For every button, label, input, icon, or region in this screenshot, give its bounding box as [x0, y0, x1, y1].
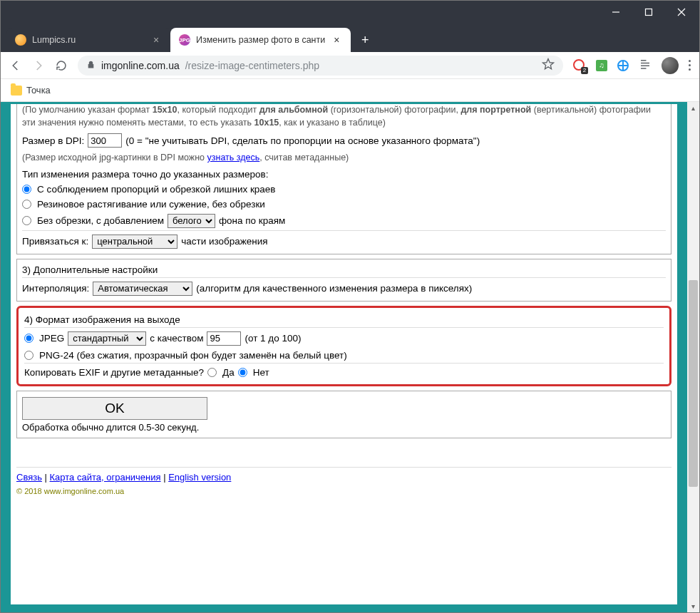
page-content: (По умолчанию указан формат 15x10, котор…	[11, 104, 677, 604]
padding-color-select[interactable]: белого	[168, 214, 215, 228]
window-titlebar	[1, 1, 699, 24]
format-radio-jpeg[interactable]	[24, 334, 34, 343]
extension-globe-icon[interactable]	[617, 60, 629, 71]
interpolation-row: Интерполяция: Автоматическая (алгоритм д…	[22, 277, 666, 298]
resize-type-title: Тип изменения размера точно до указанных…	[22, 167, 666, 182]
resize-radio-stretch[interactable]	[22, 200, 31, 209]
tab-imgonline[interactable]: JPG Изменить размер фото в санти ×	[170, 28, 351, 52]
scroll-down-arrow[interactable]: ▾	[687, 600, 699, 612]
resize-option-3[interactable]: Без обрезки, с добавлением белого фона п…	[22, 212, 666, 230]
resize-option-2[interactable]: Резиновое растягивание или сужение, без …	[22, 197, 666, 212]
section4-title: 4) Формат изображения на выходе	[24, 312, 664, 327]
url-domain: imgonline.com.ua	[101, 60, 180, 71]
footer-sitemap-link[interactable]: Карта сайта, ограничения	[50, 472, 161, 483]
url-path: /resize-image-centimeters.php	[185, 60, 319, 71]
anchor-select[interactable]: центральной	[92, 235, 177, 249]
extension-badge-count: 2	[581, 67, 588, 74]
section-output-format: 4) Формат изображения на выходе JPEG ста…	[16, 306, 671, 386]
folder-icon	[11, 86, 22, 96]
scroll-up-arrow[interactable]: ▴	[687, 102, 699, 114]
nav-back-button[interactable]	[9, 59, 22, 72]
copyright-text: © 2018 www.imgonline.com.ua	[16, 487, 671, 495]
dpi-hint: (Размер исходной jpg-картинки в DPI можн…	[22, 152, 666, 165]
resize-radio-padding[interactable]	[22, 216, 31, 225]
nav-forward-button[interactable]	[32, 59, 45, 72]
ok-button[interactable]: OK	[22, 397, 207, 420]
bookmark-star-icon[interactable]	[542, 58, 555, 73]
tab-close-button[interactable]: ×	[331, 34, 342, 46]
lock-icon	[86, 60, 96, 71]
jpeg-quality-input[interactable]	[207, 331, 241, 346]
dpi-label: Размер в DPI:	[22, 135, 84, 146]
dpi-note: (0 = "не учитывать DPI, сделать по пропо…	[125, 135, 480, 146]
tab-title: Lumpics.ru	[32, 35, 76, 45]
footer-contact-link[interactable]: Связь	[16, 472, 42, 483]
address-row: imgonline.com.ua/resize-image-centimeter…	[1, 52, 699, 79]
window-maximize-button[interactable]	[632, 1, 665, 24]
resize-radio-crop[interactable]	[22, 185, 31, 194]
section-advanced: 3) Дополнительные настройки Интерполяция…	[16, 259, 671, 302]
anchor-row: Привязаться к: центральной части изображ…	[22, 230, 666, 251]
extension-music-icon[interactable]: ♫	[596, 60, 607, 71]
svg-rect-0	[646, 9, 652, 16]
nav-reload-button[interactable]	[55, 59, 68, 72]
window-minimize-button[interactable]	[599, 1, 632, 24]
proportions-hint: (По умолчанию указан формат 15x10, котор…	[22, 104, 666, 129]
tab-close-button[interactable]: ×	[150, 34, 162, 46]
dpi-metadata-link[interactable]: узнать здесь	[207, 153, 260, 163]
exif-radio-no[interactable]	[238, 368, 247, 377]
section-submit: OK Обработка обычно длится 0.5-30 секунд…	[16, 391, 671, 438]
bookmarks-bar: Точка	[1, 79, 699, 102]
tab-lumpics[interactable]: Lumpics.ru ×	[6, 28, 170, 52]
format-radio-png[interactable]	[24, 351, 34, 360]
favicon-imgonline: JPG	[179, 34, 190, 46]
footer-english-link[interactable]: English version	[168, 472, 231, 483]
tab-title: Изменить размер фото в санти	[196, 35, 325, 45]
interpolation-select[interactable]: Автоматическая	[93, 282, 192, 296]
favicon-lumpics	[15, 34, 26, 46]
footer-links: Связь | Карта сайта, ограничения | Engli…	[16, 467, 671, 483]
format-png-row[interactable]: PNG-24 (без сжатия, прозрачный фон будет…	[24, 348, 664, 363]
resize-option-1[interactable]: С соблюдением пропорций и обрезкой лишни…	[22, 182, 666, 197]
reader-mode-icon[interactable]	[639, 58, 652, 73]
profile-avatar[interactable]	[662, 57, 679, 74]
new-tab-button[interactable]: +	[355, 30, 375, 50]
scroll-thumb[interactable]	[689, 280, 698, 487]
bookmark-item[interactable]: Точка	[26, 85, 51, 96]
section3-title: 3) Дополнительные настройки	[22, 262, 666, 277]
jpeg-type-select[interactable]: стандартный	[68, 331, 146, 346]
format-jpeg-row[interactable]: JPEG стандартный с качеством (от 1 до 10…	[24, 327, 664, 348]
dpi-row: Размер в DPI: (0 = "не учитывать DPI, сд…	[22, 131, 666, 150]
extension-adblock-icon[interactable]: 2	[573, 59, 586, 72]
chrome-menu-button[interactable]	[689, 60, 691, 71]
exif-radio-yes[interactable]	[207, 368, 217, 377]
vertical-scrollbar[interactable]: ▴ ▾	[687, 102, 699, 612]
exif-row: Копировать EXIF и другие метаданные? Да …	[24, 363, 664, 380]
tabs-row: Lumpics.ru × JPG Изменить размер фото в …	[1, 24, 699, 52]
dpi-input[interactable]	[88, 133, 122, 148]
section-size-settings: (По умолчанию указан формат 15x10, котор…	[16, 104, 671, 254]
window-close-button[interactable]	[665, 1, 698, 24]
address-bar[interactable]: imgonline.com.ua/resize-image-centimeter…	[78, 56, 563, 76]
processing-note: Обработка обычно длится 0.5-30 секунд.	[22, 420, 666, 435]
